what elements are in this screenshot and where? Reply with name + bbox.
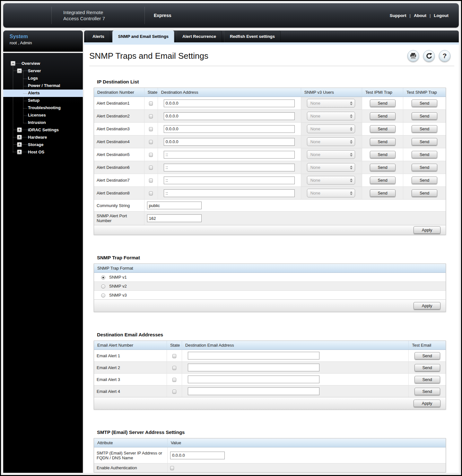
test-ipmi-send-button[interactable]: Send — [370, 138, 396, 145]
state-checkbox[interactable] — [149, 140, 153, 144]
radio-snmp-v3[interactable] — [101, 293, 105, 298]
snmp-v3-user-select[interactable]: None — [307, 125, 355, 133]
enable-authentication-checkbox[interactable] — [170, 466, 174, 470]
smtp-value-cell — [167, 447, 446, 463]
test-email-send-button[interactable]: Send — [414, 352, 440, 359]
state-checkbox[interactable] — [149, 191, 153, 195]
snmp-v3-user-select[interactable]: None — [307, 163, 355, 172]
spinner-down-arrow — [350, 155, 353, 157]
state-checkbox[interactable] — [149, 114, 153, 118]
email-apply-button[interactable]: Apply — [414, 400, 440, 407]
community-string-input[interactable] — [147, 202, 202, 209]
sidebar-item-host-os[interactable]: +Host OS — [3, 149, 83, 156]
sidebar-item-idrac-settings[interactable]: +iDRAC Settings — [3, 126, 83, 134]
snmp-v3-user-select[interactable]: None — [307, 137, 355, 146]
page-panel: SNMP Traps and Email Settings — [84, 45, 459, 473]
tab-alert-recurrence[interactable]: Alert Recurrence — [177, 30, 222, 42]
state-checkbox[interactable] — [149, 166, 153, 170]
sidebar-item-storage[interactable]: +Storage — [3, 141, 83, 149]
sidebar-item-licenses[interactable]: Licenses — [3, 112, 83, 119]
test-ipmi-send-button[interactable]: Send — [370, 189, 396, 197]
test-snmp-send-button[interactable]: Send — [412, 125, 437, 133]
radio-snmp-v1[interactable] — [101, 275, 105, 280]
snmp-v3-user-select[interactable]: None — [307, 99, 355, 108]
test-snmp-send-button[interactable]: Send — [412, 100, 437, 107]
collapse-icon[interactable]: − — [17, 68, 22, 73]
col-snmp-v3-users: SNMP v3 Users — [301, 88, 362, 97]
snmp-v3-user-select[interactable]: None — [307, 176, 355, 185]
sidebar-item-power-thermal[interactable]: Power / Thermal — [3, 82, 83, 90]
test-snmp-send-button[interactable]: Send — [412, 177, 437, 184]
state-checkbox[interactable] — [149, 101, 153, 106]
destination-address-input[interactable] — [164, 151, 295, 159]
test-snmp-send-button[interactable]: Send — [412, 189, 437, 197]
destination-address-input[interactable] — [164, 164, 295, 171]
sidebar-item-overview[interactable]: −Overview — [3, 60, 83, 67]
expand-icon[interactable]: + — [17, 142, 22, 147]
test-snmp-send-button[interactable]: Send — [412, 151, 437, 158]
destination-address-input[interactable] — [164, 177, 295, 184]
trap-format-apply-button[interactable]: Apply — [414, 302, 440, 309]
snmp-v3-user-select[interactable]: None — [307, 112, 355, 120]
smtp-server-input[interactable] — [170, 452, 225, 459]
destination-email-input[interactable] — [188, 387, 319, 395]
refresh-icon[interactable] — [423, 50, 435, 62]
state-checkbox[interactable] — [149, 127, 153, 131]
test-ipmi-send-button[interactable]: Send — [370, 151, 396, 158]
tab-snmp-and-email-settings[interactable]: SNMP and Email Settings — [112, 30, 174, 42]
destination-address-input[interactable] — [164, 189, 295, 197]
sidebar-item-alerts[interactable]: Alerts — [3, 90, 83, 97]
sidebar-item-server[interactable]: −Server — [3, 67, 83, 75]
radio-snmp-v2[interactable] — [101, 284, 105, 289]
print-icon[interactable] — [407, 50, 419, 62]
sidebar-item-intrusion[interactable]: Intrusion — [3, 119, 83, 126]
support-link[interactable]: Support — [390, 13, 406, 18]
test-email-send-button[interactable]: Send — [414, 388, 440, 395]
snmp-alert-port-input[interactable] — [147, 214, 202, 222]
sidebar-item-hardware[interactable]: +Hardware — [3, 134, 83, 141]
expand-icon[interactable]: + — [17, 127, 22, 132]
tab-alerts[interactable]: Alerts — [87, 30, 110, 42]
logout-link[interactable]: Logout — [434, 13, 449, 18]
state-checkbox[interactable] — [149, 153, 153, 157]
state-checkbox[interactable] — [172, 354, 176, 358]
spinner-up-arrow — [350, 153, 353, 154]
test-ipmi-send-button[interactable]: Send — [370, 100, 396, 107]
state-checkbox[interactable] — [172, 390, 176, 394]
snmp-v3-user-select[interactable]: None — [307, 150, 355, 159]
collapse-icon[interactable]: − — [11, 61, 15, 66]
expand-icon[interactable]: + — [17, 150, 22, 154]
test-email-send-button[interactable]: Send — [414, 376, 440, 383]
expand-icon[interactable]: + — [17, 135, 22, 140]
help-icon[interactable]: ? — [439, 50, 450, 62]
destination-email-input[interactable] — [188, 352, 319, 359]
tab-redfish-event-settings[interactable]: Redfish Event settings — [224, 30, 281, 42]
ip-apply-button[interactable]: Apply — [414, 226, 440, 234]
state-checkbox[interactable] — [172, 366, 176, 370]
test-ipmi-cell: Send — [362, 174, 403, 187]
test-snmp-send-button[interactable]: Send — [412, 138, 437, 145]
state-checkbox[interactable] — [172, 378, 176, 382]
sidebar-item-setup[interactable]: Setup — [3, 97, 83, 104]
sidebar-item-troubleshooting[interactable]: Troubleshooting — [3, 104, 83, 112]
test-snmp-send-button[interactable]: Send — [412, 164, 437, 171]
destination-address-input[interactable] — [164, 125, 295, 133]
destination-address-input[interactable] — [164, 100, 295, 107]
test-email-send-button[interactable]: Send — [414, 364, 440, 371]
test-snmp-send-button[interactable]: Send — [412, 112, 437, 120]
test-ipmi-send-button[interactable]: Send — [370, 164, 396, 171]
destination-email-input[interactable] — [188, 376, 319, 383]
snmp-v3-user-select[interactable]: None — [307, 189, 355, 197]
destination-address-input[interactable] — [164, 112, 295, 120]
sidebar-item-logs[interactable]: Logs — [3, 75, 83, 82]
email-state-cell — [167, 385, 182, 397]
about-link[interactable]: About — [414, 13, 426, 18]
test-ipmi-send-button[interactable]: Send — [370, 125, 396, 133]
test-ipmi-send-button[interactable]: Send — [370, 112, 396, 120]
test-ipmi-send-button[interactable]: Send — [370, 177, 396, 184]
destination-email-input[interactable] — [188, 364, 319, 371]
destination-address-input[interactable] — [164, 138, 295, 146]
system-label[interactable]: System — [10, 33, 83, 40]
state-checkbox[interactable] — [149, 178, 153, 183]
destination-address-cell — [158, 135, 301, 148]
